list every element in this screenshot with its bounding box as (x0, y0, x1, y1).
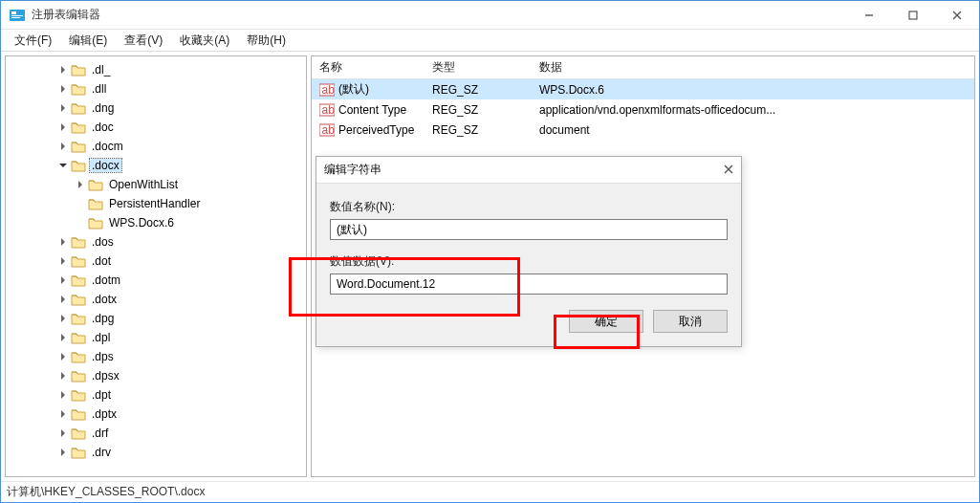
expand-icon[interactable] (57, 332, 69, 343)
expand-icon[interactable] (57, 427, 69, 439)
tree-node[interactable]: .dpg (6, 309, 306, 328)
folder-icon (71, 101, 86, 115)
expand-icon[interactable] (57, 408, 69, 420)
expand-icon[interactable] (75, 179, 86, 190)
folder-icon (71, 63, 86, 77)
expand-icon[interactable] (57, 370, 69, 382)
tree-node[interactable]: .docm (6, 137, 306, 156)
expand-icon[interactable] (57, 236, 69, 248)
registry-tree[interactable]: .dl_.dll.dng.doc.docm.docxOpenWithListPe… (6, 56, 306, 466)
folder-icon (71, 350, 86, 363)
edit-string-dialog: 编辑字符串 数值名称(N): 数值数据(V): 确定 取消 (316, 156, 742, 347)
tree-node-label: WPS.Docx.6 (107, 216, 176, 230)
statusbar: 计算机\HKEY_CLASSES_ROOT\.docx (1, 481, 979, 502)
tree-node[interactable]: .drv (6, 443, 306, 462)
tree-node[interactable]: .dos (6, 232, 306, 252)
tree-node-label: .dptx (90, 407, 119, 421)
dialog-close-button[interactable] (724, 164, 733, 177)
string-value-icon (319, 122, 335, 138)
app-window: 注册表编辑器 文件(F) 编辑(E) 查看(V) 收藏夹(A) 帮助(H) .d… (0, 0, 980, 503)
value-data: document (532, 123, 974, 137)
tree-node[interactable]: .dng (6, 98, 306, 118)
list-row[interactable]: Content TypeREG_SZapplication/vnd.openxm… (312, 99, 974, 120)
tree-node[interactable]: .dll (6, 79, 306, 98)
menu-fav[interactable]: 收藏夹(A) (172, 31, 237, 51)
tree-node[interactable]: .drf (6, 424, 306, 443)
expand-icon[interactable] (57, 83, 69, 95)
tree-node[interactable]: .dotm (6, 271, 306, 290)
tree-spacer (75, 217, 86, 229)
tree-node[interactable]: WPS.Docx.6 (6, 213, 306, 232)
folder-icon (88, 216, 103, 230)
value-data-input[interactable] (330, 273, 728, 295)
expand-icon[interactable] (57, 121, 69, 133)
folder-icon (71, 388, 86, 402)
expand-icon[interactable] (57, 294, 69, 305)
expand-icon[interactable] (57, 274, 69, 286)
expand-icon[interactable] (57, 313, 69, 324)
tree-node[interactable]: .dpt (6, 385, 306, 405)
tree-node-label: .dll (90, 82, 108, 96)
menu-file[interactable]: 文件(F) (7, 31, 59, 51)
list-row[interactable]: (默认)REG_SZWPS.Docx.6 (312, 79, 974, 99)
tree-node[interactable]: .dps (6, 347, 306, 366)
expand-icon[interactable] (57, 64, 69, 76)
tree-node-label: PersistentHandler (107, 197, 202, 210)
tree-node-label: OpenWithList (107, 178, 180, 191)
folder-icon (71, 140, 86, 153)
expand-icon[interactable] (57, 141, 69, 152)
minimize-button[interactable] (847, 1, 891, 30)
list-row[interactable]: PerceivedTypeREG_SZdocument (312, 120, 974, 140)
menu-help[interactable]: 帮助(H) (239, 31, 294, 51)
tree-node-label: .doc (90, 120, 116, 134)
tree-node[interactable]: .dptx (6, 405, 306, 424)
tree-node[interactable]: .doc (6, 118, 306, 137)
col-type[interactable]: 类型 (425, 59, 532, 76)
string-value-icon (319, 82, 335, 98)
folder-icon (88, 178, 103, 191)
tree-node[interactable]: PersistentHandler (6, 194, 306, 213)
expand-icon[interactable] (57, 447, 69, 458)
value-data-label: 数值数据(V): (330, 253, 728, 270)
menu-edit[interactable]: 编辑(E) (61, 31, 115, 51)
dialog-title: 编辑字符串 (324, 162, 381, 178)
cancel-button[interactable]: 取消 (653, 310, 728, 333)
tree-node[interactable]: OpenWithList (6, 175, 306, 194)
titlebar: 注册表编辑器 (1, 1, 979, 30)
menu-view[interactable]: 查看(V) (117, 31, 170, 51)
string-value-icon (319, 102, 335, 118)
tree-node[interactable]: .dpl (6, 328, 306, 347)
folder-icon (71, 446, 86, 459)
expand-icon[interactable] (57, 102, 69, 114)
tree-node-label: .dpl (90, 331, 112, 344)
folder-icon (71, 331, 86, 344)
tree-node[interactable]: .docx (6, 156, 306, 175)
ok-button[interactable]: 确定 (569, 310, 643, 333)
tree-node[interactable]: .dot (6, 252, 306, 271)
dialog-titlebar: 编辑字符串 (316, 157, 741, 184)
tree-node[interactable]: .dl_ (6, 60, 306, 79)
tree-node[interactable]: .dpsx (6, 366, 306, 385)
value-list-pane: 名称 类型 数据 (默认)REG_SZWPS.Docx.6Content Typ… (311, 55, 975, 477)
expand-icon[interactable] (57, 351, 69, 362)
tree-node-label: .drf (90, 426, 110, 440)
app-icon (9, 7, 26, 24)
value-name-input[interactable] (330, 219, 728, 240)
value-name: (默认) (338, 81, 369, 98)
list-header: 名称 类型 数据 (312, 56, 974, 79)
tree-node[interactable]: .dotx (6, 290, 306, 309)
tree-pane[interactable]: .dl_.dll.dng.doc.docm.docxOpenWithListPe… (5, 55, 307, 477)
folder-icon (71, 82, 86, 96)
folder-icon (71, 407, 86, 421)
tree-spacer (75, 198, 86, 209)
status-path: 计算机\HKEY_CLASSES_ROOT\.docx (7, 484, 205, 500)
folder-icon (71, 235, 86, 249)
col-data[interactable]: 数据 (532, 59, 974, 76)
close-button[interactable] (935, 1, 979, 30)
expand-icon[interactable] (57, 255, 69, 267)
expand-icon[interactable] (57, 389, 69, 401)
col-name[interactable]: 名称 (312, 59, 425, 76)
maximize-button[interactable] (891, 1, 935, 30)
collapse-icon[interactable] (57, 160, 69, 171)
tree-node-label: .dpsx (90, 369, 121, 383)
